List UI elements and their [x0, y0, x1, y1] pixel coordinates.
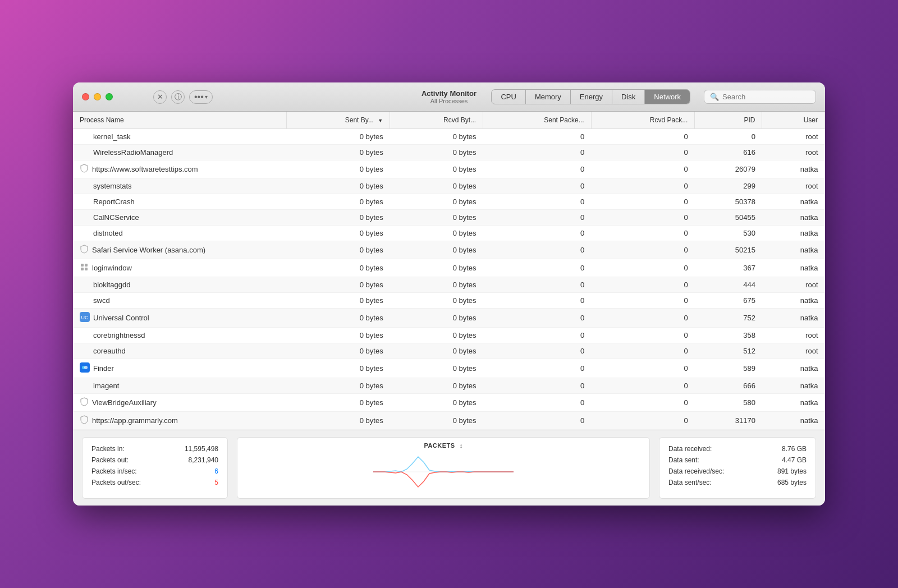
cell-name: https://app.grammarly.com — [73, 412, 286, 429]
data-received-value: 8.76 GB — [756, 445, 807, 453]
col-header-user[interactable]: User — [762, 112, 825, 129]
col-header-rcvd-packets[interactable]: Rcvd Pack... — [591, 112, 695, 129]
stop-button[interactable]: ✕ — [153, 90, 167, 104]
cell-rcvd: 0 bytes — [390, 378, 483, 394]
table-row[interactable]: UC Universal Control 0 bytes 0 bytes 0 0… — [73, 309, 825, 328]
process-name: Finder — [93, 364, 114, 373]
table-row[interactable]: loginwindow 0 bytes 0 bytes 0 0 367 natk… — [73, 259, 825, 277]
cell-sent: 0 bytes — [286, 412, 390, 430]
table-row[interactable]: coreauthd 0 bytes 0 bytes 0 0 512 root — [73, 343, 825, 359]
cell-rcvd: 0 bytes — [390, 394, 483, 412]
process-table-container: Process Name Sent By... ▼ Rcvd Byt... Se… — [73, 112, 825, 430]
cell-rcvd-packets: 0 — [591, 394, 695, 412]
cell-pid: 50215 — [695, 241, 762, 259]
cell-name: corebrightnessd — [73, 328, 286, 343]
cell-rcvd: 0 bytes — [390, 293, 483, 309]
cell-sent-packets: 0 — [483, 412, 592, 430]
cell-rcvd-packets: 0 — [591, 359, 695, 378]
cell-sent-packets: 0 — [483, 378, 592, 394]
process-icon — [80, 382, 90, 390]
table-row[interactable]: WirelessRadioManagerd 0 bytes 0 bytes 0 … — [73, 145, 825, 160]
cell-pid: 752 — [695, 309, 762, 328]
close-button[interactable] — [82, 93, 89, 100]
table-row[interactable]: kernel_task 0 bytes 0 bytes 0 0 0 root — [73, 129, 825, 145]
packets-out-sec-value: 5 — [168, 479, 218, 486]
process-icon — [80, 213, 90, 222]
cell-pid: 675 — [695, 293, 762, 309]
cell-name: Finder — [73, 359, 286, 378]
process-icon: UC — [80, 312, 90, 324]
tab-memory[interactable]: Memory — [526, 90, 571, 104]
process-name: coreauthd — [93, 347, 126, 355]
table-row[interactable]: distnoted 0 bytes 0 bytes 0 0 530 natka — [73, 226, 825, 241]
more-button[interactable]: ••• ▾ — [189, 90, 213, 104]
chart-toggle[interactable]: ↕ — [460, 442, 463, 449]
data-received-sec-label: Data received/sec: — [668, 467, 724, 475]
cell-rcvd: 0 bytes — [390, 309, 483, 328]
tab-group: CPU Memory Energy Disk Network — [491, 89, 690, 104]
packets-in-sec-row: Packets in/sec: 6 — [91, 466, 218, 477]
svg-point-8 — [84, 366, 88, 369]
process-icon — [80, 347, 90, 355]
cell-rcvd: 0 bytes — [390, 412, 483, 430]
tab-network[interactable]: Network — [645, 90, 690, 104]
minimize-button[interactable] — [94, 93, 101, 100]
tab-energy[interactable]: Energy — [571, 90, 612, 104]
data-sent-value: 4.47 GB — [756, 456, 807, 464]
process-icon — [80, 197, 90, 206]
main-window: ✕ ⓘ ••• ▾ Activity Monitor All Processes… — [73, 82, 825, 506]
window-title: Activity Monitor All Processes — [421, 89, 477, 104]
titlebar: ✕ ⓘ ••• ▾ Activity Monitor All Processes… — [73, 82, 825, 112]
cell-pid: 299 — [695, 178, 762, 194]
cell-pid: 616 — [695, 145, 762, 160]
table-row[interactable]: imagent 0 bytes 0 bytes 0 0 666 natka — [73, 378, 825, 394]
process-icon — [80, 132, 90, 141]
cell-user: natka — [762, 359, 825, 378]
col-header-pid[interactable]: PID — [695, 112, 762, 129]
process-name: kernel_task — [93, 132, 130, 141]
cell-user: root — [762, 129, 825, 145]
process-name: https://app.grammarly.com — [92, 416, 178, 425]
tab-disk[interactable]: Disk — [612, 90, 645, 104]
packets-out-row: Packets out: 8,231,940 — [91, 454, 218, 466]
table-row[interactable]: CalNCService 0 bytes 0 bytes 0 0 50455 n… — [73, 210, 825, 226]
col-header-sent-packets[interactable]: Sent Packe... — [483, 112, 592, 129]
table-row[interactable]: corebrightnessd 0 bytes 0 bytes 0 0 358 … — [73, 328, 825, 343]
process-name: Safari Service Worker (asana.com) — [92, 246, 205, 254]
chart-panel: PACKETS ↕ — [237, 437, 650, 499]
search-box[interactable]: 🔍 — [704, 90, 816, 104]
toolbar-controls: ✕ ⓘ ••• ▾ — [153, 90, 213, 104]
cell-user: natka — [762, 259, 825, 277]
data-received-sec-row: Data received/sec: 891 bytes — [668, 466, 807, 477]
cell-rcvd: 0 bytes — [390, 328, 483, 343]
table-row[interactable]: https://www.softwaretesttips.com 0 bytes… — [73, 160, 825, 178]
table-row[interactable]: ViewBridgeAuxiliary 0 bytes 0 bytes 0 0 … — [73, 394, 825, 412]
cell-rcvd-packets: 0 — [591, 129, 695, 145]
table-row[interactable]: https://app.grammarly.com 0 bytes 0 byte… — [73, 412, 825, 430]
process-name: biokitaggdd — [93, 281, 131, 289]
col-header-name[interactable]: Process Name — [73, 112, 286, 129]
col-header-rcvd[interactable]: Rcvd Byt... — [390, 112, 483, 129]
cell-name: ViewBridgeAuxiliary — [73, 394, 286, 411]
table-row[interactable]: ReportCrash 0 bytes 0 bytes 0 0 50378 na… — [73, 194, 825, 210]
table-row[interactable]: systemstats 0 bytes 0 bytes 0 0 299 root — [73, 178, 825, 194]
table-row[interactable]: swcd 0 bytes 0 bytes 0 0 675 natka — [73, 293, 825, 309]
process-name: systemstats — [93, 182, 132, 190]
table-row[interactable]: Safari Service Worker (asana.com) 0 byte… — [73, 241, 825, 259]
info-button[interactable]: ⓘ — [171, 90, 185, 104]
cell-rcvd-packets: 0 — [591, 194, 695, 210]
table-row[interactable]: Finder 0 bytes 0 bytes 0 0 589 natka — [73, 359, 825, 378]
search-input[interactable] — [722, 93, 807, 101]
col-header-sent[interactable]: Sent By... ▼ — [286, 112, 390, 129]
packets-out-value: 8,231,940 — [168, 456, 218, 464]
tab-cpu[interactable]: CPU — [492, 90, 525, 104]
cell-sent-packets: 0 — [483, 160, 592, 178]
cell-sent: 0 bytes — [286, 178, 390, 194]
table-row[interactable]: biokitaggdd 0 bytes 0 bytes 0 0 444 root — [73, 277, 825, 293]
chart-svg-area — [244, 452, 643, 494]
process-icon — [80, 296, 90, 305]
packets-in-sec-label: Packets in/sec: — [91, 467, 137, 475]
process-name: ReportCrash — [93, 197, 135, 206]
cell-name: coreauthd — [73, 343, 286, 359]
maximize-button[interactable] — [106, 93, 113, 100]
